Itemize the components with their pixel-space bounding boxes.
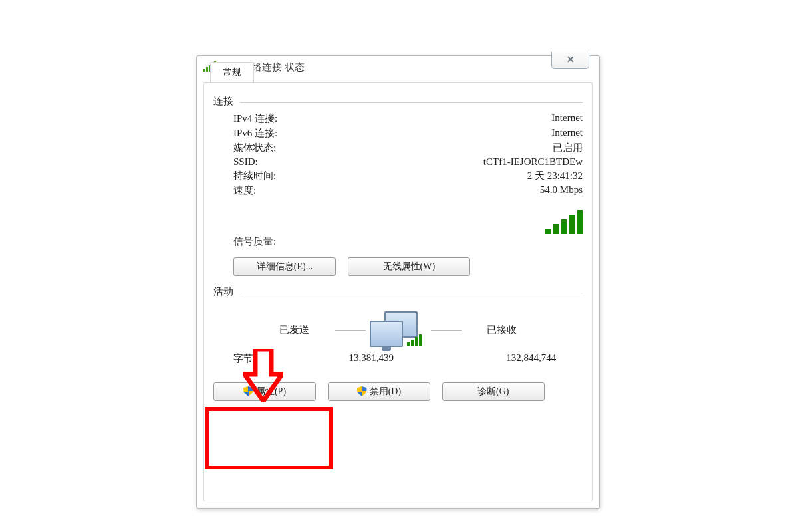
bytes-recv-value: 132,844,744 xyxy=(480,352,583,365)
tab-general[interactable]: 常规 xyxy=(210,62,254,83)
close-button[interactable]: ✕ xyxy=(551,52,589,69)
duration-label: 持续时间: xyxy=(233,170,340,182)
activity-header-row: 已发送 已接收 xyxy=(213,311,583,348)
diagnose-button-label: 诊断(G) xyxy=(477,386,509,396)
row-ipv6: IPv6 连接: Internet xyxy=(233,127,583,140)
wireless-properties-button[interactable]: 无线属性(W) xyxy=(348,257,470,276)
tab-general-label: 常规 xyxy=(223,66,241,77)
ssid-label: SSID: xyxy=(233,156,340,168)
bytes-row: 字节: 13,381,439 132,844,744 xyxy=(213,352,583,365)
row-ipv4: IPv4 连接: Internet xyxy=(233,112,583,125)
connection-group-header: 连接 xyxy=(213,95,583,110)
shield-icon xyxy=(357,386,367,396)
speed-value: 54.0 Mbps xyxy=(340,184,583,197)
row-duration: 持续时间: 2 天 23:41:32 xyxy=(233,170,583,182)
tab-panel: 连接 IPv4 连接: Internet IPv6 连接: Internet 媒… xyxy=(203,82,593,501)
activity-section-title: 活动 xyxy=(213,285,233,298)
activity-group-header: 活动 xyxy=(213,285,583,301)
row-signal: 信号质量: xyxy=(233,199,583,248)
row-media: 媒体状态: 已启用 xyxy=(233,142,583,154)
connection-section-title: 连接 xyxy=(213,95,233,108)
ipv4-label: IPv4 连接: xyxy=(233,112,340,125)
properties-button[interactable]: 属性(P) xyxy=(213,382,316,401)
bytes-sent-value: 13,381,439 xyxy=(320,352,423,365)
ipv6-value: Internet xyxy=(340,127,583,140)
row-ssid: SSID: tCTf1-IEJORC1BTDEw xyxy=(233,156,583,168)
close-icon: ✕ xyxy=(567,54,575,65)
received-label: 已接收 xyxy=(466,324,539,336)
diagnose-button[interactable]: 诊断(G) xyxy=(442,382,545,401)
ipv4-value: Internet xyxy=(340,112,583,125)
shield-icon xyxy=(243,386,253,396)
ssid-value: tCTf1-IEJORC1BTDEw xyxy=(340,156,583,168)
speed-label: 速度: xyxy=(233,184,340,197)
duration-value: 2 天 23:41:32 xyxy=(340,170,583,182)
properties-button-label: 属性(P) xyxy=(256,386,286,396)
network-activity-icon xyxy=(370,311,427,348)
media-value: 已启用 xyxy=(340,142,583,154)
signal-label: 信号质量: xyxy=(233,235,340,248)
ipv6-label: IPv6 连接: xyxy=(233,127,340,140)
sent-label: 已发送 xyxy=(258,324,331,336)
bytes-label: 字节: xyxy=(213,352,320,365)
disable-button-label: 禁用(D) xyxy=(370,386,401,396)
details-button[interactable]: 详细信息(E)... xyxy=(233,257,336,276)
titlebar: 无线网络连接 状态 xyxy=(197,56,599,78)
status-dialog: 无线网络连接 状态 ✕ 常规 连接 IPv4 连接: Internet xyxy=(196,55,600,509)
row-speed: 速度: 54.0 Mbps xyxy=(233,184,583,197)
disable-button[interactable]: 禁用(D) xyxy=(328,382,430,401)
signal-strength-icon xyxy=(545,210,583,234)
media-label: 媒体状态: xyxy=(233,142,340,154)
